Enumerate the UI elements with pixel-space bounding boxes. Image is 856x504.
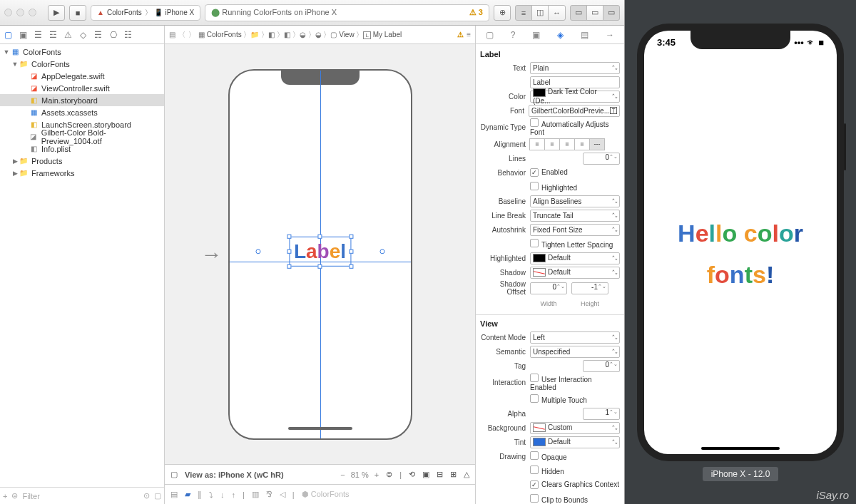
- color-select[interactable]: Dark Text Color (De...: [530, 91, 620, 103]
- tighten-checkbox[interactable]: [530, 239, 539, 247]
- tag-stepper[interactable]: 0: [583, 360, 620, 372]
- issue-nav-icon[interactable]: ⚠: [63, 30, 73, 40]
- shadow-select[interactable]: Default: [530, 267, 620, 279]
- panel-toggle-seg[interactable]: ▭ ▭ ▭: [570, 5, 620, 21]
- breakpoints-icon[interactable]: ▰: [185, 490, 190, 499]
- back-icon[interactable]: 〈: [178, 30, 185, 40]
- library-button[interactable]: ⊕: [494, 5, 511, 21]
- tree-item[interactable]: ◪Gilbert-Color Bold-Preview_1004.otf: [0, 130, 164, 143]
- bottom-panel-icon[interactable]: ▭: [586, 5, 603, 21]
- view-as-label[interactable]: View as: iPhone X (wC hR): [185, 470, 284, 479]
- identity-inspector-icon[interactable]: ▣: [532, 30, 540, 40]
- resolve-icon[interactable]: △: [464, 470, 469, 479]
- left-panel-icon[interactable]: ▭: [570, 5, 587, 21]
- tree-item-selected[interactable]: ◧Main.storyboard: [0, 94, 164, 106]
- jump-bar[interactable]: ▤ 〈 〉 ▦ ColorFonts 〉📁 〉◧ 〉◧ 〉◒ 〉◒ 〉▢ Vie…: [165, 26, 475, 44]
- connections-inspector-icon[interactable]: →: [606, 30, 614, 40]
- standard-editor-icon[interactable]: ≡: [515, 5, 532, 21]
- tree-group[interactable]: ▶📁Products: [0, 155, 164, 167]
- tree-item[interactable]: ◪AppDelegate.swift: [0, 70, 164, 82]
- embed-icon[interactable]: ▣: [422, 470, 429, 479]
- size-inspector-icon[interactable]: ▤: [581, 30, 588, 40]
- zoom-icon[interactable]: [29, 9, 36, 16]
- tint-select[interactable]: Default: [530, 436, 620, 448]
- align-icon[interactable]: ⊟: [437, 470, 443, 479]
- minimize-icon[interactable]: [16, 9, 24, 16]
- zoom-in-button[interactable]: +: [374, 470, 379, 479]
- step-in-icon[interactable]: ↓: [220, 490, 225, 499]
- debug-nav-icon[interactable]: ☴: [93, 30, 103, 40]
- location-icon[interactable]: ◁: [280, 490, 285, 499]
- assistant-editor-icon[interactable]: ◫: [531, 5, 549, 21]
- font-picker-icon[interactable]: 🅃: [610, 107, 617, 115]
- breakpoint-nav-icon[interactable]: ⎔: [108, 30, 118, 40]
- contentmode-select[interactable]: Left: [530, 331, 620, 344]
- step-over-icon[interactable]: ⤵: [209, 490, 213, 499]
- recent-filter-icon[interactable]: ⊙: [143, 491, 150, 500]
- text-mode-select[interactable]: Plain: [530, 62, 620, 74]
- multitouch-checkbox[interactable]: [530, 394, 539, 403]
- semantic-select[interactable]: Unspecified: [530, 346, 620, 358]
- pause-icon[interactable]: ‖: [198, 490, 202, 499]
- entry-point-arrow-icon[interactable]: →: [201, 242, 223, 267]
- constraint-handle[interactable]: [255, 249, 260, 254]
- editor-mode-seg[interactable]: ≡ ◫ ↔: [515, 5, 566, 21]
- simulator-screen[interactable]: 3:45 ••• ᯤ ■ Hello color fonts!: [644, 31, 837, 454]
- autoshrink-select[interactable]: Fixed Font Size: [530, 224, 620, 236]
- baseline-select[interactable]: Align Baselines: [530, 195, 620, 207]
- source-control-nav-icon[interactable]: ▣: [18, 30, 29, 40]
- shadow-width-stepper[interactable]: 0: [530, 282, 567, 294]
- navigator-tabs[interactable]: ▢ ▣ ☰ ☲ ⚠ ◇ ☴ ⎔ ☷: [0, 26, 164, 44]
- memory-graph-icon[interactable]: ⅋: [266, 490, 272, 499]
- inspector-tabs[interactable]: ▢ ? ▣ ◈ ▤ →: [476, 26, 624, 44]
- shadow-height-stepper[interactable]: -1: [571, 282, 608, 294]
- outline-toggle-icon[interactable]: ▤: [169, 31, 175, 38]
- tree-group[interactable]: ▶📁Frameworks: [0, 167, 164, 179]
- user-interaction-checkbox[interactable]: [530, 374, 539, 382]
- constraint-handle[interactable]: [379, 249, 384, 254]
- debug-toggle-icon[interactable]: ▤: [170, 490, 178, 499]
- pin-icon[interactable]: ⊞: [450, 470, 457, 479]
- highlighted-checkbox[interactable]: [530, 182, 539, 190]
- version-editor-icon[interactable]: ↔: [548, 5, 566, 21]
- stop-button[interactable]: ■: [69, 5, 86, 21]
- device-config-icon[interactable]: ▢: [170, 470, 178, 479]
- zoom-out-button[interactable]: −: [340, 470, 345, 479]
- report-nav-icon[interactable]: ☷: [123, 30, 133, 40]
- run-button[interactable]: ▶: [48, 5, 65, 21]
- project-nav-icon[interactable]: ▢: [3, 30, 14, 40]
- font-field[interactable]: GilbertColorBoldPrevie...🅃: [529, 105, 620, 117]
- opaque-checkbox[interactable]: [530, 451, 539, 460]
- background-select[interactable]: Custom: [530, 422, 620, 434]
- help-inspector-icon[interactable]: ?: [511, 30, 516, 40]
- jump-bar-warning-icon[interactable]: ⚠: [457, 31, 464, 38]
- debug-view-icon[interactable]: ▥: [252, 490, 259, 499]
- update-frames-icon[interactable]: ⟲: [409, 470, 415, 479]
- highlighted-select[interactable]: Default: [530, 252, 620, 264]
- tree-group[interactable]: ▼📁ColorFonts: [0, 58, 164, 70]
- dynamic-type-checkbox[interactable]: [530, 118, 539, 127]
- lines-stepper[interactable]: 0: [583, 153, 620, 165]
- step-out-icon[interactable]: ↑: [232, 490, 236, 499]
- close-icon[interactable]: [4, 9, 12, 16]
- hidden-checkbox[interactable]: [530, 466, 539, 474]
- find-nav-icon[interactable]: ☲: [48, 30, 58, 40]
- tree-item[interactable]: ▦Assets.xcassets: [0, 106, 164, 118]
- text-value-field[interactable]: Label: [530, 76, 620, 88]
- tree-root[interactable]: ▼▦ColorFonts: [0, 46, 164, 58]
- scheme-selector[interactable]: ▲ColorFonts 〉 📱 iPhone X: [91, 5, 200, 21]
- attributes-inspector-icon[interactable]: ◈: [557, 30, 564, 40]
- add-button[interactable]: +: [3, 492, 7, 500]
- storyboard-canvas[interactable]: → Label: [165, 44, 475, 464]
- right-panel-icon[interactable]: ▭: [603, 5, 620, 21]
- file-inspector-icon[interactable]: ▢: [486, 30, 494, 40]
- canvas-filter-icon[interactable]: ⊜: [386, 470, 392, 479]
- zoom-level[interactable]: 81 %: [351, 470, 369, 479]
- navigator-filter[interactable]: + ⊜ Filter ⊙ ▢: [0, 487, 164, 504]
- jump-bar-menu-icon[interactable]: ≡: [467, 31, 471, 38]
- clears-checkbox[interactable]: [530, 480, 539, 489]
- warnings-badge[interactable]: ⚠ 3: [469, 8, 483, 17]
- project-tree[interactable]: ▼▦ColorFonts ▼📁ColorFonts ◪AppDelegate.s…: [0, 44, 164, 487]
- breadcrumb[interactable]: ▦ ColorFonts 〉📁 〉◧ 〉◧ 〉◒ 〉◒ 〉▢ View 〉L M…: [198, 30, 402, 40]
- forward-icon[interactable]: 〉: [188, 30, 195, 40]
